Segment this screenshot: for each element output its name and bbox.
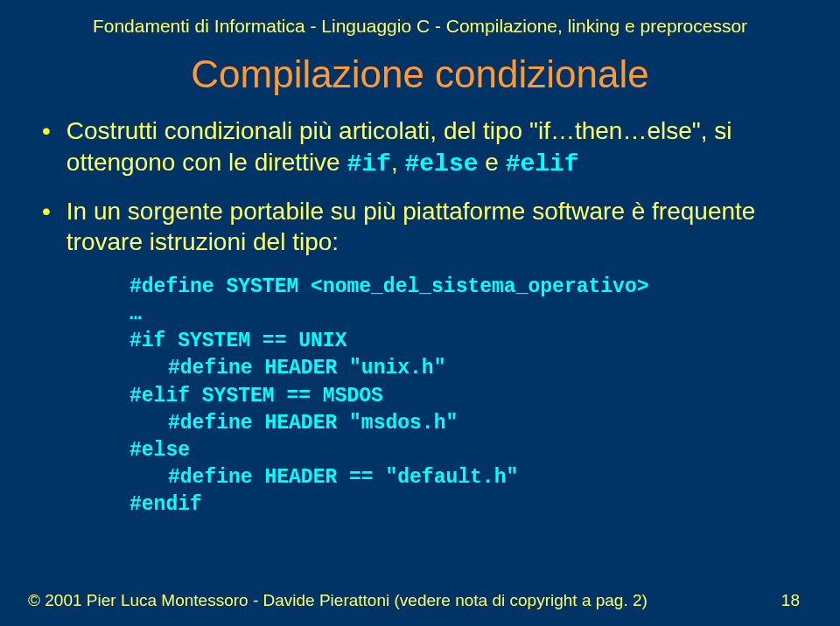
footer-copyright: © 2001 Pier Luca Montessoro - Davide Pie… [28, 591, 781, 610]
bullet-item-1: • Costrutti condizionali più articolati,… [42, 115, 798, 180]
slide-header: Fondamenti di Informatica - Linguaggio C… [0, 0, 840, 37]
bullet-text-2: In un sorgente portabile su più piattafo… [66, 196, 798, 259]
code-line: #define HEADER == "default.h" [130, 464, 798, 491]
code-line: #define HEADER "unix.h" [130, 355, 798, 382]
bullet-1-sep1: , [391, 149, 405, 176]
slide-content: • Costrutti condizionali più articolati,… [0, 115, 840, 518]
slide-footer: © 2001 Pier Luca Montessoro - Davide Pie… [0, 591, 840, 610]
code-token-elif: #elif [506, 150, 579, 177]
code-token-if: #if [346, 150, 390, 177]
slide: Fondamenti di Informatica - Linguaggio C… [0, 0, 840, 626]
bullet-dot-icon: • [42, 196, 51, 227]
slide-title: Compilazione condizionale [0, 52, 840, 96]
code-block: #define SYSTEM <nome_del_sistema_operati… [42, 274, 798, 518]
bullet-dot-icon: • [42, 115, 51, 147]
code-line: … [130, 301, 798, 328]
code-line: #define SYSTEM <nome_del_sistema_operati… [130, 274, 798, 301]
code-token-else: #else [404, 150, 478, 177]
bullet-item-2: • In un sorgente portabile su più piatta… [42, 196, 798, 259]
code-line: #define HEADER "msdos.h" [130, 410, 798, 437]
bullet-text-1: Costrutti condizionali più articolati, d… [66, 115, 798, 180]
page-number: 18 [781, 591, 800, 610]
code-line: #else [130, 437, 798, 464]
bullet-1-sep2: e [478, 149, 505, 176]
code-line: #endif [130, 491, 798, 518]
code-line: #if SYSTEM == UNIX [130, 328, 798, 355]
code-line: #elif SYSTEM == MSDOS [130, 383, 798, 410]
